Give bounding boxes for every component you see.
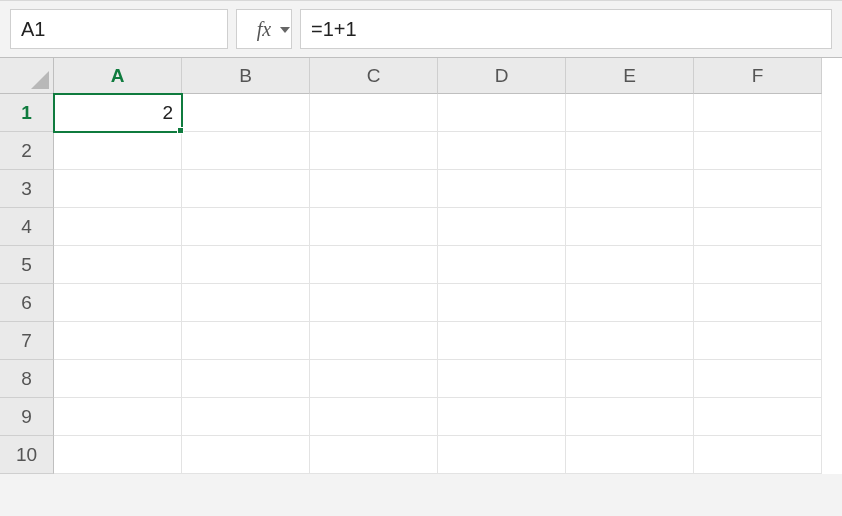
cell-f4[interactable] [694,208,822,246]
formula-bar-region: fx [0,0,842,57]
cell-b7[interactable] [182,322,310,360]
cell-c7[interactable] [310,322,438,360]
cell-f9[interactable] [694,398,822,436]
cell-d1[interactable] [438,94,566,132]
cell-a9[interactable] [54,398,182,436]
cell-b4[interactable] [182,208,310,246]
cell-b1[interactable] [182,94,310,132]
row-header-2[interactable]: 2 [0,132,54,170]
cell-a3[interactable] [54,170,182,208]
cell-f3[interactable] [694,170,822,208]
formula-bar[interactable] [300,9,832,49]
cell-a8[interactable] [54,360,182,398]
cell-c9[interactable] [310,398,438,436]
cell-e3[interactable] [566,170,694,208]
cell-e8[interactable] [566,360,694,398]
chevron-down-icon[interactable] [274,22,290,36]
row-header-6[interactable]: 6 [0,284,54,322]
cell-a6[interactable] [54,284,182,322]
cell-e10[interactable] [566,436,694,474]
cell-b10[interactable] [182,436,310,474]
row-header-1[interactable]: 1 [0,94,54,132]
cell-a5[interactable] [54,246,182,284]
cell-c4[interactable] [310,208,438,246]
cell-d2[interactable] [438,132,566,170]
column-header-c[interactable]: C [310,58,438,94]
column-header-a[interactable]: A [54,58,182,94]
column-header-d[interactable]: D [438,58,566,94]
formula-input[interactable] [311,18,821,41]
cell-b8[interactable] [182,360,310,398]
cell-d9[interactable] [438,398,566,436]
cell-e2[interactable] [566,132,694,170]
cell-c5[interactable] [310,246,438,284]
cell-f5[interactable] [694,246,822,284]
column-header-f[interactable]: F [694,58,822,94]
cell-b5[interactable] [182,246,310,284]
cell-d10[interactable] [438,436,566,474]
cell-c6[interactable] [310,284,438,322]
cell-f1[interactable] [694,94,822,132]
cell-a2[interactable] [54,132,182,170]
spreadsheet-grid: ABCDEF122345678910 [0,57,842,474]
cell-f2[interactable] [694,132,822,170]
cell-e5[interactable] [566,246,694,284]
cell-a1[interactable]: 2 [54,94,182,132]
cell-f10[interactable] [694,436,822,474]
name-box[interactable] [10,9,228,49]
cell-b3[interactable] [182,170,310,208]
cell-e4[interactable] [566,208,694,246]
cell-e7[interactable] [566,322,694,360]
row-header-4[interactable]: 4 [0,208,54,246]
cell-a4[interactable] [54,208,182,246]
cell-a10[interactable] [54,436,182,474]
cell-f6[interactable] [694,284,822,322]
fill-handle[interactable] [177,127,184,134]
select-all-corner[interactable] [0,58,54,94]
cell-c2[interactable] [310,132,438,170]
cell-c3[interactable] [310,170,438,208]
row-header-5[interactable]: 5 [0,246,54,284]
cell-f8[interactable] [694,360,822,398]
row-header-7[interactable]: 7 [0,322,54,360]
column-header-b[interactable]: B [182,58,310,94]
row-header-8[interactable]: 8 [0,360,54,398]
cell-d8[interactable] [438,360,566,398]
cell-d7[interactable] [438,322,566,360]
cell-e9[interactable] [566,398,694,436]
cell-b9[interactable] [182,398,310,436]
name-box-input[interactable] [21,18,274,41]
cell-d3[interactable] [438,170,566,208]
cell-b6[interactable] [182,284,310,322]
cell-e6[interactable] [566,284,694,322]
cell-c1[interactable] [310,94,438,132]
row-header-10[interactable]: 10 [0,436,54,474]
cell-f7[interactable] [694,322,822,360]
cell-e1[interactable] [566,94,694,132]
cell-a7[interactable] [54,322,182,360]
row-header-9[interactable]: 9 [0,398,54,436]
row-header-3[interactable]: 3 [0,170,54,208]
cell-c8[interactable] [310,360,438,398]
cell-c10[interactable] [310,436,438,474]
cell-b2[interactable] [182,132,310,170]
cell-d6[interactable] [438,284,566,322]
cell-d4[interactable] [438,208,566,246]
cell-d5[interactable] [438,246,566,284]
column-header-e[interactable]: E [566,58,694,94]
